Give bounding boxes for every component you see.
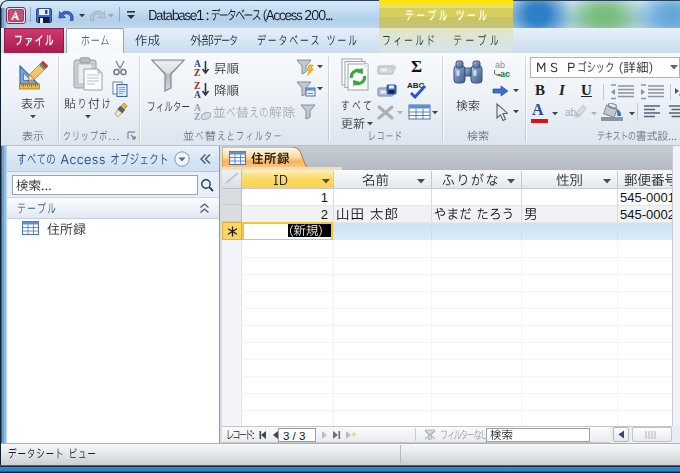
- svg-text:Z: Z: [194, 112, 200, 122]
- svg-text:ab: ab: [565, 107, 577, 118]
- svg-text:Z: Z: [194, 68, 200, 78]
- svg-text:A: A: [194, 90, 201, 100]
- svg-text:ac: ac: [500, 69, 510, 78]
